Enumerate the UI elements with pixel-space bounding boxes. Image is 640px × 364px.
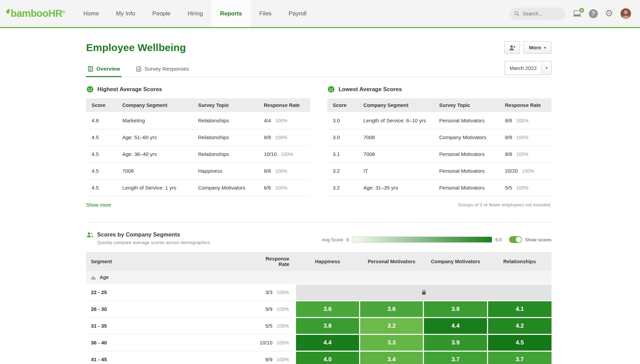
col-happiness: Happiness xyxy=(296,252,360,271)
period-chevron-icon: ▾ xyxy=(542,61,551,74)
table-row: 3.2ITPersonal Motivators20/20100% xyxy=(327,162,552,179)
col-score: Score xyxy=(86,98,119,112)
table-row: 4.57008Happiness8/8100% xyxy=(86,162,310,179)
cell-response-rate: 20/20100% xyxy=(501,162,552,179)
response-count: 8/8 xyxy=(505,118,512,123)
more-button[interactable]: More ▾ xyxy=(523,41,552,54)
score-panels: Highest Average Scores Score Company Seg… xyxy=(86,85,552,208)
table-row: 26 - 309/9100%3.63.63.84.1 xyxy=(86,301,552,317)
table-header-row: Score Company Segment Survey Topic Respo… xyxy=(327,98,552,112)
table-row: 22 - 253/3100% xyxy=(86,284,552,301)
tab-survey-responses[interactable]: Survey Responses xyxy=(134,66,190,77)
heatmap-cell: 4.1 xyxy=(487,301,552,317)
cell-response-rate: 5/5100% xyxy=(254,317,296,334)
response-percent: 100% xyxy=(276,357,289,362)
cell-company-segment: Length of Service: 6–10 yrs xyxy=(360,112,436,129)
period-select[interactable]: March 2022 ▾ xyxy=(505,61,552,75)
segments-head: Scores by Company Segments Quickly compa… xyxy=(86,231,552,245)
cell-response-rate: 8/8100% xyxy=(501,146,552,162)
page-content: Employee Wellbeing More ▾ Overview Surve… xyxy=(0,28,640,364)
bamboohr-logo[interactable]: bambooHR® xyxy=(0,0,75,27)
response-percent: 100% xyxy=(281,151,293,157)
chevron-down-icon: ▾ xyxy=(544,45,546,50)
page-title: Employee Wellbeing xyxy=(86,41,186,54)
heatmap-cell: 4.4 xyxy=(296,334,360,351)
highest-scores-table: Score Company Segment Survey Topic Respo… xyxy=(86,98,310,196)
response-count: 10/10 xyxy=(264,151,277,157)
lowest-scores-table: Score Company Segment Survey Topic Respo… xyxy=(327,98,552,196)
response-percent: 100% xyxy=(516,135,529,140)
top-nav: bambooHR® HomeMy InfoPeopleHiringReports… xyxy=(0,0,640,28)
show-more-link[interactable]: Show more xyxy=(86,202,111,208)
tab-overview[interactable]: Overview xyxy=(86,66,121,77)
age-group-icon xyxy=(91,275,96,280)
add-person-button[interactable] xyxy=(504,41,520,54)
cell-score: 3.1 xyxy=(327,146,360,162)
col-response-rate: Response Rate xyxy=(254,252,296,271)
cell-response-rate: 8/8100% xyxy=(501,112,552,129)
response-percent: 100% xyxy=(276,323,289,329)
heatmap-cell: 3.8 xyxy=(424,301,488,317)
nav-item-hiring[interactable]: Hiring xyxy=(179,0,211,27)
response-count: 10/10 xyxy=(260,340,273,345)
response-percent: 100% xyxy=(276,340,289,345)
col-personal-motivators: Personal Motivators xyxy=(359,252,424,271)
heatmap-cell: 3.9 xyxy=(424,334,488,351)
heatmap-cell: 3.7 xyxy=(424,351,488,364)
question-icon: ? xyxy=(589,9,598,18)
cell-survey-topic: Relationships xyxy=(195,146,261,162)
heatmap-cell: 3.2 xyxy=(359,317,424,334)
toggle-label: Show scores xyxy=(525,237,552,242)
nav-item-files[interactable]: Files xyxy=(251,0,280,27)
col-company-segment: Company Segment xyxy=(119,98,194,112)
sad-face-icon xyxy=(327,85,335,93)
segments-subtitle: Quickly compare average scores across de… xyxy=(97,240,211,245)
response-count: 6/6 xyxy=(264,185,271,191)
response-count: 5/5 xyxy=(505,185,512,191)
cell-company-segment: 7008 xyxy=(119,162,194,179)
heatmap-cell: 3.6 xyxy=(359,301,424,317)
age-group-label: Age xyxy=(99,275,108,280)
table-row: 3.17008Personal Motivators8/8100% xyxy=(327,146,552,162)
lowest-scores-panel: Lowest Average Scores Score Company Segm… xyxy=(327,85,552,208)
show-scores-toggle[interactable] xyxy=(509,236,522,243)
cell-company-segment: Age: 31–35 yrs xyxy=(360,179,436,196)
help-button[interactable]: ? xyxy=(589,9,598,18)
tab-overview-label: Overview xyxy=(96,66,120,72)
cell-response-rate: 3/3100% xyxy=(254,284,296,301)
table-row: 41 - 459/9100%4.03.43.73.7 xyxy=(86,351,552,364)
cell-segment: 41 - 45 xyxy=(86,351,254,364)
groups-footnote: Groups of 3 or fewer employees not inclu… xyxy=(327,202,552,208)
nav-item-payroll[interactable]: Payroll xyxy=(280,0,315,27)
nav-item-my-info[interactable]: My Info xyxy=(107,0,144,27)
cell-score: 4.5 xyxy=(86,129,119,146)
cell-response-rate: 4/4100% xyxy=(260,112,310,129)
cell-survey-topic: Personal Motivators xyxy=(436,179,502,196)
nav-item-home[interactable]: Home xyxy=(75,0,107,27)
heatmap-cell: 3.4 xyxy=(359,351,424,364)
col-response-rate: Response Rate xyxy=(260,98,310,112)
nav-item-people[interactable]: People xyxy=(144,0,179,27)
col-company-segment: Company Segment xyxy=(360,98,436,112)
people-group-icon xyxy=(86,231,94,238)
notifications-button[interactable]: 3 xyxy=(572,10,582,17)
cell-response-rate: 9/9100% xyxy=(254,301,296,317)
table-header-row: Segment Response Rate Happiness Personal… xyxy=(86,252,552,271)
table-row: 31 - 355/5100%3.83.24.44.2 xyxy=(86,317,552,334)
overview-report-icon xyxy=(87,66,94,72)
leaf-icon xyxy=(5,9,10,14)
highest-panel-foot: Show more xyxy=(86,202,310,208)
cell-survey-topic: Personal Motivators xyxy=(436,162,502,179)
cell-survey-topic: Personal Motivators xyxy=(436,146,502,162)
bar-chart-icon xyxy=(136,66,142,72)
response-percent: 100% xyxy=(275,168,287,174)
response-percent: 100% xyxy=(276,290,289,295)
more-button-label: More xyxy=(529,45,541,50)
avatar[interactable] xyxy=(620,8,631,19)
cell-segment: 26 - 30 xyxy=(86,301,254,317)
segments-table: Segment Response Rate Happiness Personal… xyxy=(86,252,552,364)
table-row: 4.5Length of Service: 1 yrsCompany Motiv… xyxy=(86,179,310,196)
nav-item-reports[interactable]: Reports xyxy=(211,0,250,27)
settings-button[interactable]: ⚙ xyxy=(605,9,613,18)
response-percent: 100% xyxy=(275,185,287,191)
